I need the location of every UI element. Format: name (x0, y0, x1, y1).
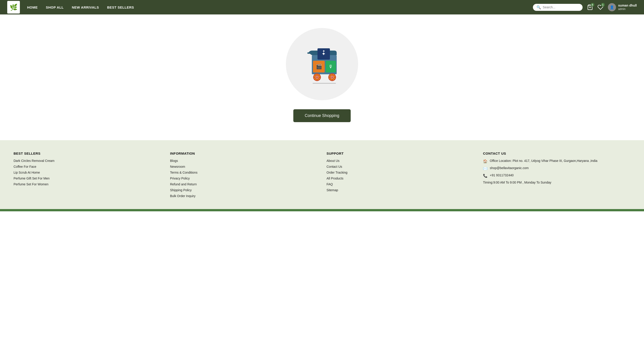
main-nav: HOME SHOP ALL NEW ARRIVALS BEST SELLERS (27, 6, 526, 9)
main-content: ✦ ✦ 🎬 🎙 Continue Shopping (0, 14, 644, 140)
footer-link-lip-scrub[interactable]: Lip Scrub At Home (14, 171, 161, 174)
empty-cart-illustration: ✦ ✦ 🎬 🎙 (286, 28, 358, 100)
wishlist-button[interactable]: 1 (598, 4, 603, 10)
footer-link-privacy[interactable]: Privacy Policy (170, 176, 318, 180)
contact-timing: Timing:9:00 AM To 9:00 PM , Monday To Su… (483, 180, 551, 184)
contact-timing-row: Timing:9:00 AM To 9:00 PM , Monday To Su… (483, 180, 630, 184)
footer-contact: CONTACT US 🏠 Office Location: Plot no. 4… (483, 152, 630, 200)
footer-information: INFORMATION Blogs Newsroom Terms & Condi… (170, 152, 318, 200)
footer-link-newsroom[interactable]: Newsroom (170, 165, 318, 168)
logo-icon: 🌿 (10, 4, 18, 11)
site-footer: BEST SELLERS Dark Circles Removal Cream … (0, 140, 644, 209)
footer-link-dark-circles[interactable]: Dark Circles Removal Cream (14, 159, 161, 162)
footer-link-order-tracking[interactable]: Order Tracking (326, 171, 474, 174)
footer-link-perfume-women[interactable]: Perfume Set For Women (14, 182, 161, 186)
phone-icon: 📞 (483, 174, 488, 178)
footer-link-sitemap[interactable]: Sitemap (326, 188, 474, 192)
search-input[interactable] (543, 6, 579, 9)
footer-information-heading: INFORMATION (170, 152, 318, 155)
continue-shopping-button[interactable]: Continue Shopping (293, 109, 350, 122)
footer-link-terms[interactable]: Terms & Conditions (170, 171, 318, 174)
footer-best-sellers: BEST SELLERS Dark Circles Removal Cream … (14, 152, 161, 200)
footer-support: SUPPORT About Us Contact Us Order Tracki… (326, 152, 474, 200)
site-header: 🌿 HOME SHOP ALL NEW ARRIVALS BEST SELLER… (0, 0, 644, 14)
contact-email: shop@bellavitaorganic.com (490, 166, 528, 170)
footer-link-shipping[interactable]: Shipping Policy (170, 188, 318, 192)
avatar: 👤 (608, 3, 616, 11)
footer-link-blogs[interactable]: Blogs (170, 159, 318, 162)
svg-text:🎬: 🎬 (316, 64, 322, 70)
footer-best-sellers-heading: BEST SELLERS (14, 152, 161, 155)
user-menu[interactable]: 👤 suman dhull admin (608, 3, 637, 11)
user-name: suman dhull (618, 4, 637, 8)
contact-address: Office Location: Plot no. 417, Udyog Vih… (490, 159, 598, 162)
bottom-bar (0, 209, 644, 211)
footer-link-refund[interactable]: Refund and Return (170, 182, 318, 186)
search-icon: 🔍 (536, 5, 541, 10)
cart-badge: 0 (591, 3, 594, 6)
cart-svg: ✦ ✦ 🎬 🎙 (300, 42, 344, 87)
footer-link-contact[interactable]: Contact Us (326, 165, 474, 168)
email-icon: ✉️ (483, 166, 488, 171)
nav-home[interactable]: HOME (27, 6, 38, 9)
footer-link-about[interactable]: About Us (326, 159, 474, 162)
svg-text:🎙: 🎙 (328, 64, 333, 69)
contact-phone-row: 📞 +91 9311732440 (483, 174, 630, 178)
contact-address-row: 🏠 Office Location: Plot no. 417, Udyog V… (483, 159, 630, 164)
footer-link-all-products[interactable]: All Products (326, 176, 474, 180)
footer-best-sellers-list: Dark Circles Removal Cream Coffee For Fa… (14, 159, 161, 186)
footer-contact-heading: CONTACT US (483, 152, 630, 155)
contact-email-row: ✉️ shop@bellavitaorganic.com (483, 166, 630, 171)
svg-text:✦: ✦ (322, 49, 325, 53)
wishlist-badge: 1 (601, 3, 605, 6)
footer-link-faq[interactable]: FAQ (326, 182, 474, 186)
nav-new-arrivals[interactable]: NEW ARRIVALS (72, 6, 99, 9)
cart-button[interactable]: 0 (587, 4, 593, 10)
footer-link-coffee-face[interactable]: Coffee For Face (14, 165, 161, 168)
nav-shop-all[interactable]: SHOP ALL (46, 6, 64, 9)
user-role: admin (618, 8, 637, 11)
user-text: suman dhull admin (618, 4, 637, 11)
home-icon: 🏠 (483, 159, 488, 164)
footer-link-bulk-order[interactable]: Bulk Order Inquiry (170, 194, 318, 198)
contact-phone: +91 9311732440 (490, 174, 514, 177)
search-box[interactable]: 🔍 (533, 4, 582, 11)
footer-link-perfume-men[interactable]: Perfume Gift Set For Men (14, 176, 161, 180)
footer-support-list: About Us Contact Us Order Tracking All P… (326, 159, 474, 192)
footer-support-heading: SUPPORT (326, 152, 474, 155)
footer-information-list: Blogs Newsroom Terms & Conditions Privac… (170, 159, 318, 198)
svg-rect-2 (307, 52, 311, 54)
header-right: 🔍 0 1 👤 suman dhull admin (533, 3, 637, 11)
nav-best-sellers[interactable]: BEST SELLERS (107, 6, 134, 9)
logo[interactable]: 🌿 (7, 1, 20, 14)
